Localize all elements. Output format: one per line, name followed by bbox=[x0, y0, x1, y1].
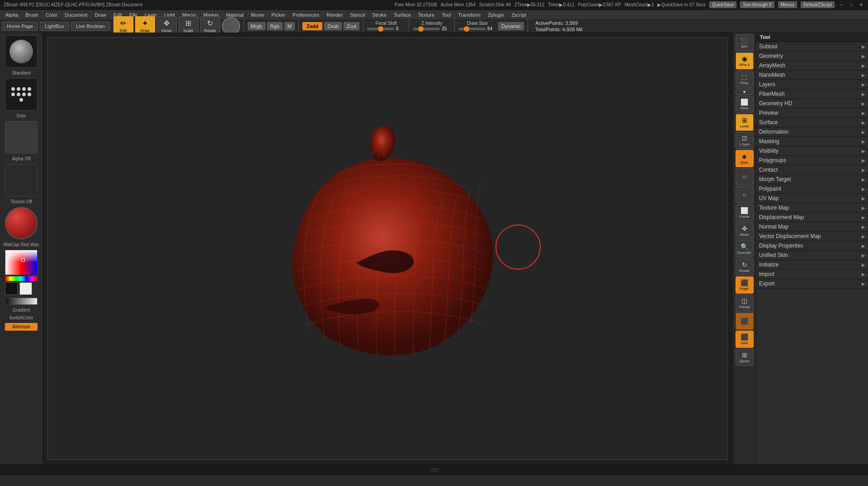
m-button[interactable]: M bbox=[284, 22, 295, 30]
rp-section-arraymesh[interactable]: ArrayMesh▶ bbox=[756, 61, 868, 70]
floor-button[interactable]: ⬜ Floor bbox=[736, 96, 754, 113]
local-button[interactable]: ⊞ Local bbox=[736, 114, 754, 131]
menu-item-draw[interactable]: Draw bbox=[91, 11, 110, 19]
spix-icon: ◉ bbox=[742, 55, 747, 62]
menus-button[interactable]: Menus bbox=[778, 1, 797, 8]
dot-8 bbox=[28, 93, 31, 96]
rp-section-polygroups[interactable]: Polygroups▶ bbox=[756, 156, 868, 165]
rp-arrow-19: ▶ bbox=[862, 224, 865, 229]
rp-section-export[interactable]: Export▶ bbox=[756, 279, 868, 289]
see-through-button[interactable]: See-through 0 bbox=[740, 1, 774, 8]
rp-section-texture-map[interactable]: Texture Map▶ bbox=[756, 203, 868, 213]
zcut-button[interactable]: Zcut bbox=[344, 22, 359, 30]
switch-color-label: SwitchColor bbox=[2, 315, 41, 320]
zsub-button[interactable]: Zsub bbox=[324, 22, 341, 30]
color-gradient[interactable] bbox=[5, 250, 38, 275]
quicksave-button[interactable]: QuickSave bbox=[709, 1, 736, 8]
brush-preview[interactable] bbox=[5, 35, 38, 68]
default-zscript-button[interactable]: DefaultZScript bbox=[801, 1, 835, 8]
menu-item-document[interactable]: Document bbox=[61, 11, 91, 19]
rp-section-normal-map[interactable]: Normal Map▶ bbox=[756, 222, 868, 232]
rp-arrow-20: ▶ bbox=[862, 234, 865, 239]
rgb-button[interactable]: Rgb bbox=[267, 22, 283, 30]
alpha-dots-preview[interactable] bbox=[5, 78, 38, 111]
draw-icon: ✦ bbox=[142, 19, 148, 28]
maximize-button[interactable]: □ bbox=[848, 2, 854, 8]
zoom3d-button[interactable]: 🔍 Zoom3D bbox=[736, 240, 754, 257]
scale-icon: ⊞ bbox=[185, 19, 191, 28]
color-swatches bbox=[5, 282, 38, 295]
texture-off-preview[interactable] bbox=[5, 164, 38, 196]
mesh-container bbox=[234, 118, 542, 389]
z-intensity-slider[interactable] bbox=[413, 28, 440, 30]
qxyz-icon: ◈ bbox=[742, 153, 747, 160]
perp-label: Perp bbox=[741, 81, 748, 85]
transp-button[interactable]: ◫ Transp bbox=[736, 294, 754, 312]
draw-size-slider[interactable] bbox=[458, 28, 486, 30]
solo-label: Solo bbox=[741, 341, 748, 345]
brush-ball bbox=[9, 40, 33, 63]
rotate-rt-icon: ↻ bbox=[742, 261, 747, 268]
dot-1 bbox=[11, 87, 15, 91]
gradient-preview[interactable] bbox=[5, 298, 38, 305]
rp-section-unified-skin[interactable]: Unified Skin▶ bbox=[756, 251, 868, 260]
alternate-button[interactable]: Alternate bbox=[5, 323, 38, 331]
swatch-black[interactable] bbox=[5, 282, 18, 295]
rp-section-geometry-hd[interactable]: Geometry HD▶ bbox=[756, 99, 868, 108]
zadd-button[interactable]: Zadd bbox=[302, 22, 322, 30]
close-button[interactable]: ✕ bbox=[858, 2, 864, 8]
sym-circle-2[interactable]: ○ bbox=[736, 186, 754, 203]
rp-section-uv-map[interactable]: UV Map▶ bbox=[756, 194, 868, 203]
solo-button[interactable]: ⬛ Solo bbox=[736, 331, 754, 348]
hue-slider[interactable] bbox=[5, 276, 38, 281]
rp-section-nanomesh[interactable]: NanoMesh▶ bbox=[756, 70, 868, 80]
rp-section-morph-target[interactable]: Morph Target▶ bbox=[756, 175, 868, 184]
alpha-off-preview[interactable] bbox=[5, 121, 38, 154]
bpr-button[interactable]: ⬛ BPr bbox=[736, 34, 754, 51]
rp-section-layers[interactable]: Layers▶ bbox=[756, 80, 868, 89]
menu-item-color[interactable]: Color bbox=[42, 11, 61, 19]
rp-section-import[interactable]: Import▶ bbox=[756, 270, 868, 279]
dynamic-button[interactable]: Dynamic bbox=[498, 22, 524, 30]
move-rt-button[interactable]: ✥ Move bbox=[736, 222, 754, 239]
rp-section-visibility[interactable]: Visibility▶ bbox=[756, 146, 868, 156]
rp-section-initialize[interactable]: Initialize▶ bbox=[756, 260, 868, 270]
rp-section-display-properties[interactable]: Display Properties▶ bbox=[756, 241, 868, 251]
rp-section-polypaint[interactable]: Polypaint▶ bbox=[756, 184, 868, 194]
swatch-white[interactable] bbox=[19, 282, 32, 295]
tab-live-boolean[interactable]: Live Boolean bbox=[71, 22, 110, 31]
mrgb-button[interactable]: Mrgb bbox=[248, 22, 265, 30]
rp-section-vector-displacement-map[interactable]: Vector Displacement Map▶ bbox=[756, 232, 868, 241]
rp-section-masking[interactable]: Masking▶ bbox=[756, 137, 868, 146]
lsym-button[interactable]: ⊡ L.Sym bbox=[736, 132, 754, 149]
menu-item-brush[interactable]: Brush bbox=[22, 11, 42, 19]
menu-item-alpha[interactable]: Alpha bbox=[2, 11, 22, 19]
sym-circle-1[interactable]: ○ bbox=[736, 168, 754, 185]
material-preview[interactable] bbox=[5, 207, 38, 239]
minimize-button[interactable]: ─ bbox=[838, 2, 844, 8]
rp-section-displacement-map[interactable]: Displacement Map▶ bbox=[756, 213, 868, 222]
polyf-button[interactable]: ⬛ PolyF bbox=[736, 276, 754, 294]
focal-shift-slider[interactable] bbox=[367, 28, 394, 30]
rp-section-preview[interactable]: Preview▶ bbox=[756, 108, 868, 118]
floor-arrow-button[interactable]: ▼ bbox=[736, 89, 754, 95]
rp-section-surface[interactable]: Surface▶ bbox=[756, 118, 868, 127]
canvas-area[interactable] bbox=[43, 33, 732, 464]
tab-home[interactable]: Home Page bbox=[2, 22, 38, 31]
frame-button[interactable]: ⬜ Frame bbox=[736, 204, 754, 221]
ghost-button[interactable]: ⬛ bbox=[736, 313, 754, 330]
rp-section-subtool[interactable]: Subtool▶ bbox=[756, 42, 868, 51]
zpose-button[interactable]: ⊞ Zpose bbox=[736, 349, 754, 366]
rp-section-geometry[interactable]: Geometry▶ bbox=[756, 51, 868, 61]
rp-section-fibermesh[interactable]: FiberMesh▶ bbox=[756, 89, 868, 99]
perp-button[interactable]: ⬚ Perp bbox=[736, 70, 754, 88]
bottom-indicator: △▽ bbox=[430, 467, 438, 473]
tab-lightbox[interactable]: LightBox bbox=[40, 22, 69, 31]
rp-section-contact[interactable]: Contact▶ bbox=[756, 165, 868, 175]
rotate-rt-button[interactable]: ↻ Rotate bbox=[736, 258, 754, 276]
qxyz-button[interactable]: ◈ Qxyz bbox=[736, 150, 754, 167]
spix-button[interactable]: ◉ SPix 3 bbox=[736, 52, 754, 70]
spix-label: SPix 3 bbox=[739, 63, 750, 67]
rp-section-deformation[interactable]: Deformation▶ bbox=[756, 127, 868, 137]
rp-arrow-3: ▶ bbox=[862, 73, 865, 78]
